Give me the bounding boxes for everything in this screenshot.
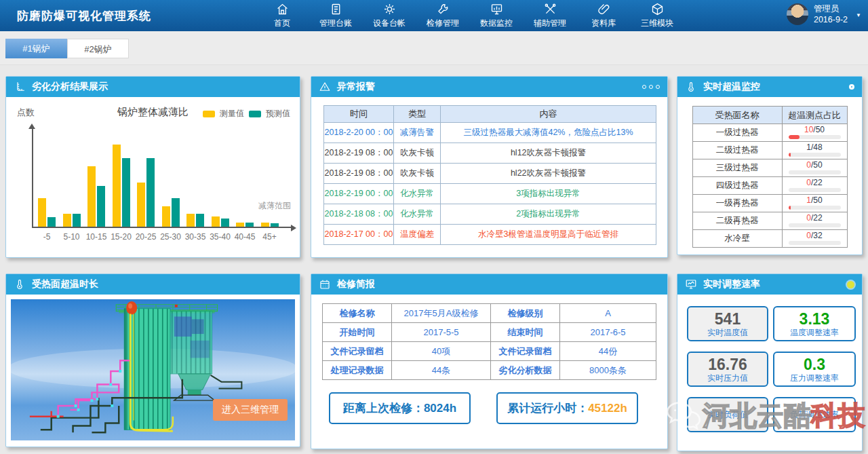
alarm-type: 吹灰卡顿 xyxy=(394,143,441,164)
chevron-down-icon[interactable]: ▼ xyxy=(856,12,861,18)
alarm-table: 时间 类型 内容 2018-2-20 00：00减薄告警三级过热器最大减薄值42… xyxy=(323,105,656,245)
bar-s1-35-40 xyxy=(221,219,229,227)
alarm-table-header: 时间 类型 内容 xyxy=(324,106,656,123)
data-monitor-icon xyxy=(490,2,504,16)
panel-menu-dots-icon[interactable] xyxy=(642,85,660,89)
wrench-icon xyxy=(436,2,450,16)
surface-name: 二级过热器 xyxy=(692,142,782,159)
thermometer-icon xyxy=(14,278,26,290)
alarm-row: 2018-2-19 08：00吹灰卡顿hl12吹灰器卡顿报警 xyxy=(324,143,656,164)
bar-s0-40-45 xyxy=(236,223,244,227)
nav-item-1[interactable]: 首页 xyxy=(263,2,301,29)
btn-label: 累计运行小时： xyxy=(507,400,588,416)
user-menu[interactable]: 管理员 2016-9-2 xyxy=(787,3,848,25)
rate-label: 实时压力值 xyxy=(707,373,748,383)
alarm-time: 2018-2-19 08：00 xyxy=(324,143,394,164)
bar-s1-40-45 xyxy=(245,223,254,227)
x-axis-label: 减薄范围 xyxy=(258,200,291,212)
panel-title: 劣化分析结果展示 xyxy=(32,81,108,93)
alarm-content: 三级过热器最大减薄值42%，危险点占比13% xyxy=(441,123,656,143)
maintenance-value: 2017-6-5 xyxy=(560,323,656,342)
x-tick-45+: 45+ xyxy=(255,232,285,242)
maintenance-value: A xyxy=(560,304,656,323)
overtemp-ratio-cell: 1/48 xyxy=(782,142,847,159)
panel-degradation-analysis: 劣化分析结果展示 点数 锅炉整体减薄比 测量值预测值 减薄范围 -55-1010… xyxy=(5,76,300,258)
nav-item-label: 设备台帐 xyxy=(373,18,406,29)
nav-item-5[interactable]: 数据监控 xyxy=(477,2,515,29)
maintenance-value: 8000条条 xyxy=(560,361,656,380)
calendar-icon xyxy=(319,278,331,290)
panel-rates-header: 实时调整速率 xyxy=(677,274,862,295)
monitor-chart-icon xyxy=(685,278,697,290)
alarm-content: 水冷壁3根管道温度明显高于临近管排 xyxy=(441,225,656,245)
cube-icon xyxy=(650,2,665,16)
ratio-bar xyxy=(789,135,841,139)
nav-item-6[interactable]: 辅助管理 xyxy=(531,2,569,29)
rate-label: 实时温度值 xyxy=(707,328,748,337)
maintenance-value: 44条 xyxy=(392,361,491,380)
panel-maintenance-brief: 检修简报 检修名称2017年5月A级检修检修级别A开始时间2017-5-5结束时… xyxy=(311,273,668,449)
nav-item-3[interactable]: 设备台帐 xyxy=(370,2,408,29)
panel-title: 实时调整速率 xyxy=(703,278,760,290)
panel-alarms-header: 异常报警 xyxy=(311,77,667,97)
maintenance-row: 处理记录数据44条劣化分析数据8000条条 xyxy=(323,361,656,380)
rate-label: 压力调整速率 xyxy=(790,373,839,383)
col-ratio: 超温测点占比 xyxy=(782,107,847,124)
bar-s1--5 xyxy=(47,217,56,227)
bar-s0-5-10 xyxy=(63,214,71,227)
overtemp-ratio-cell: 0/50 xyxy=(782,159,847,177)
panel-overtemp-header: 实时超温监控 xyxy=(677,77,862,97)
legend-swatch xyxy=(203,111,215,117)
tab-boiler-1[interactable]: #1锅炉 xyxy=(5,39,67,58)
alarm-type: 化水异常 xyxy=(394,204,441,225)
bar-s0-30-35 xyxy=(186,214,195,227)
enter-3d-button[interactable]: 进入三维管理 xyxy=(213,399,288,421)
nav-item-8[interactable]: 三维模块 xyxy=(638,2,676,29)
maintenance-table: 检修名称2017年5月A级检修检修级别A开始时间2017-5-5结束时间2017… xyxy=(322,303,656,380)
ratio-bar xyxy=(789,153,841,157)
maintenance-label: 文件记录留档 xyxy=(491,342,560,361)
total-run-hours-button[interactable]: 累计运行小时：45122h xyxy=(496,392,638,424)
ratio-bar xyxy=(789,170,841,174)
legend-swatch xyxy=(249,111,261,117)
bar-s0-20-25 xyxy=(137,183,145,227)
tab-boiler-2[interactable]: #2锅炉 xyxy=(67,39,129,58)
overtemp-ratio-cell: 1/50 xyxy=(782,195,847,212)
bar-s1-5-10 xyxy=(73,214,81,227)
surface-name: 四级过热器 xyxy=(692,177,782,195)
rate-value: 3.13 xyxy=(800,311,830,328)
ratio-text: 1/48 xyxy=(789,143,841,151)
rate-card-4: 0.3压力调整速率 xyxy=(773,352,856,387)
avatar[interactable] xyxy=(787,3,808,25)
overtemp-ratio-cell: 10/50 xyxy=(782,124,847,142)
user-info: 管理员 2016-9-2 xyxy=(814,3,848,25)
panel-title: 受热面超温时长 xyxy=(32,278,98,290)
chart-legend: 测量值预测值 xyxy=(203,108,290,119)
nav-item-7[interactable]: 资料库 xyxy=(585,2,623,29)
overtemp-row: 二级再热器0/22 xyxy=(692,212,847,230)
app-title: 防磨防爆可视化管理系统 xyxy=(17,8,151,24)
bar-s1-20-25 xyxy=(146,158,155,227)
alarm-row: 2018-2-19 00：00化水异常3项指标出现异常 xyxy=(324,184,656,204)
overtemp-table: 受热面名称 超温测点占比 一级过热器10/50二级过热器1/48三级过热器0/5… xyxy=(692,106,848,248)
overtemp-ratio-cell: 0/32 xyxy=(782,230,847,248)
bar-s0-15-20 xyxy=(113,145,121,227)
since-last-maintenance-button[interactable]: 距离上次检修：8024h xyxy=(329,392,471,424)
nav-item-4[interactable]: 检修管理 xyxy=(424,2,462,29)
rate-label: 温度调整速率 xyxy=(790,328,839,337)
alarm-time: 2018-2-17 00：00 xyxy=(324,225,394,245)
maintenance-label: 开始时间 xyxy=(323,323,392,342)
nav-item-2[interactable]: 管理台账 xyxy=(317,2,355,29)
overtemp-ratio-cell: 0/22 xyxy=(782,177,847,195)
warning-icon xyxy=(319,81,331,93)
bar-s1-15-20 xyxy=(122,158,130,227)
alarm-row: 2018-2-18 08：00化水异常2项指标出现异常 xyxy=(324,204,656,225)
ruler-icon xyxy=(14,81,26,93)
alarm-row: 2018-2-19 08：00吹灰卡顿hl22吹灰器卡顿报警 xyxy=(324,164,656,184)
alarm-content: 3项指标出现异常 xyxy=(441,184,656,204)
nav-item-label: 辅助管理 xyxy=(534,18,566,29)
nav-item-label: 资料库 xyxy=(591,18,616,29)
surface-name: 水冷壁 xyxy=(692,230,782,248)
ratio-bar xyxy=(789,241,841,245)
bar-s0-45+ xyxy=(261,223,269,227)
